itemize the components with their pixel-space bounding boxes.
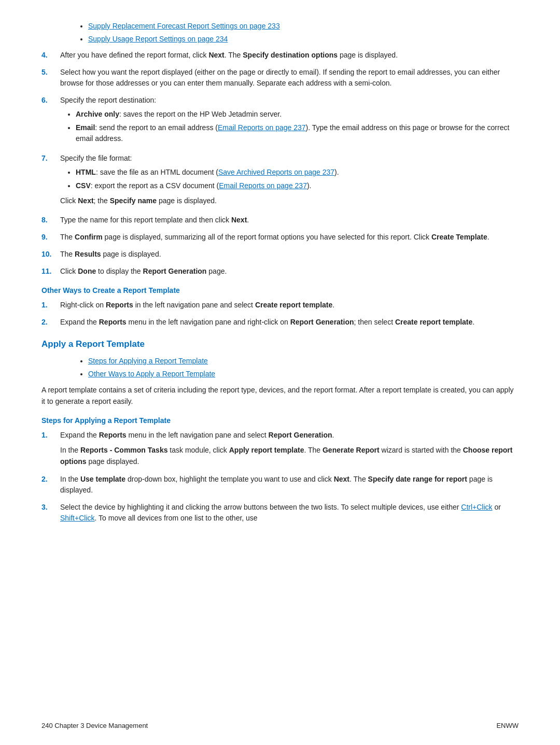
other-ways-apply-link[interactable]: Other Ways to Apply a Report Template xyxy=(88,370,215,378)
other-ways-create-header: Other Ways to Create a Report Template xyxy=(41,286,519,294)
top-bullet-section: Supply Replacement Forecast Report Setti… xyxy=(41,21,519,45)
page-content: Supply Replacement Forecast Report Setti… xyxy=(0,0,560,571)
specify-date-range-bold: Specify date range for report xyxy=(368,475,467,483)
list-item: Archive only: saves the report on the HP… xyxy=(76,109,519,120)
step-4-content: After you have defined the report format… xyxy=(60,50,519,61)
apply-template-bullets-section: Steps for Applying a Report Template Oth… xyxy=(41,356,519,379)
archive-only-label: Archive only xyxy=(76,110,119,118)
step-10-content: The Results page is displayed. xyxy=(60,249,519,260)
steps-4-11: 4. After you have defined the report for… xyxy=(41,50,519,277)
step-num-6: 6. xyxy=(41,95,60,147)
supply-replacement-link[interactable]: Supply Replacement Forecast Report Setti… xyxy=(88,22,280,30)
next-bold-7: Next xyxy=(78,196,93,205)
step-num-8: 8. xyxy=(41,215,60,226)
other-step-2-content: Expand the Reports menu in the left navi… xyxy=(60,317,519,328)
report-gen-bold-apply1: Report Generation xyxy=(269,431,332,439)
step-9: 9. The Confirm page is displayed, summar… xyxy=(41,232,519,243)
list-item: CSV: export the report as a CSV document… xyxy=(76,180,519,191)
specify-dest-bold: Specify destination options xyxy=(243,51,338,59)
apply-template-para: A report template contains a set of crit… xyxy=(41,385,519,407)
other-ways-step-2: 2. Expand the Reports menu in the left n… xyxy=(41,317,519,328)
step-num-9: 9. xyxy=(41,232,60,243)
results-bold: Results xyxy=(75,250,101,258)
footer-right: ENWW xyxy=(496,722,519,729)
next-bold: Next xyxy=(208,51,224,59)
other-step-num-1: 1. xyxy=(41,300,60,311)
reports-bold-1: Reports xyxy=(106,301,133,309)
reports-common-tasks-bold: Reports - Common Tasks xyxy=(80,446,168,454)
step-11: 11. Click Done to display the Report Gen… xyxy=(41,266,519,277)
report-generation-bold-2: Report Generation xyxy=(290,318,354,326)
apply-template-header: Apply a Report Template xyxy=(41,339,519,349)
create-template-bold: Create Template xyxy=(431,233,487,241)
list-item: Supply Replacement Forecast Report Setti… xyxy=(88,21,519,32)
next-bold-8: Next xyxy=(231,216,247,224)
applying-step-3: 3. Select the device by highlighting it … xyxy=(41,502,519,524)
other-step-num-2: 2. xyxy=(41,317,60,328)
apply-template-bullets: Steps for Applying a Report Template Oth… xyxy=(67,356,519,379)
list-item: Other Ways to Apply a Report Template xyxy=(88,369,519,379)
click-next-text: Click Next; the Specify name page is dis… xyxy=(60,195,519,206)
supply-usage-link[interactable]: Supply Usage Report Settings on page 234 xyxy=(88,35,228,43)
footer-left: 240 Chapter 3 Device Management xyxy=(41,722,148,729)
apply-report-template-bold: Apply report template xyxy=(229,446,304,454)
step-6-content: Specify the report destination: Archive … xyxy=(60,95,519,147)
steps-applying-link[interactable]: Steps for Applying a Report Template xyxy=(88,357,208,365)
email-reports-link-6[interactable]: Email Reports on page 237 xyxy=(218,123,306,132)
step-7: 7. Specify the file format: HTML: save t… xyxy=(41,153,519,208)
confirm-bold: Confirm xyxy=(75,233,103,241)
step-num-4: 4. xyxy=(41,50,60,61)
list-item: Email: send the report to an email addre… xyxy=(76,122,519,144)
email-reports-link-7[interactable]: Email Reports on page 237 xyxy=(219,181,307,190)
list-item: HTML: save the file as an HTML document … xyxy=(76,167,519,178)
applying-step-3-content: Select the device by highlighting it and… xyxy=(60,502,519,524)
step-6: 6. Specify the report destination: Archi… xyxy=(41,95,519,147)
report-generation-bold: Report Generation xyxy=(143,267,207,275)
step-6-subbullets: Archive only: saves the report on the HP… xyxy=(60,109,519,144)
page-footer: 240 Chapter 3 Device Management ENWW xyxy=(0,722,560,729)
step-4: 4. After you have defined the report for… xyxy=(41,50,519,61)
step-11-content: Click Done to display the Report Generat… xyxy=(60,266,519,277)
step-7-content: Specify the file format: HTML: save the … xyxy=(60,153,519,208)
list-item: Supply Usage Report Settings on page 234 xyxy=(88,34,519,45)
applying-step-1: 1. Expand the Reports menu in the left n… xyxy=(41,430,519,467)
reports-bold-apply1: Reports xyxy=(99,431,127,439)
step-7-subbullets: HTML: save the file as an HTML document … xyxy=(60,167,519,191)
top-bullets: Supply Replacement Forecast Report Setti… xyxy=(67,21,519,45)
steps-applying-list: 1. Expand the Reports menu in the left n… xyxy=(41,430,519,523)
ctrl-click-link[interactable]: Ctrl+Click xyxy=(461,503,492,511)
applying-step-num-2: 2. xyxy=(41,474,60,496)
step-num-7: 7. xyxy=(41,153,60,208)
html-label: HTML xyxy=(76,168,96,176)
applying-step-num-1: 1. xyxy=(41,430,60,467)
applying-step-2: 2. In the Use template drop-down box, hi… xyxy=(41,474,519,496)
generate-report-bold: Generate Report xyxy=(323,446,380,454)
step-10: 10. The Results page is displayed. xyxy=(41,249,519,260)
csv-label: CSV xyxy=(76,181,91,190)
use-template-bold: Use template xyxy=(80,475,125,483)
other-ways-create-steps: 1. Right-click on Reports in the left na… xyxy=(41,300,519,328)
specify-name-bold: Specify name xyxy=(110,196,157,205)
step-5: 5. Select how you want the report displa… xyxy=(41,67,519,89)
shift-click-link[interactable]: Shift+Click xyxy=(60,514,95,522)
applying-step-1-content: Expand the Reports menu in the left navi… xyxy=(60,430,519,467)
other-step-1-content: Right-click on Reports in the left navig… xyxy=(60,300,519,311)
applying-step-2-content: In the Use template drop-down box, highl… xyxy=(60,474,519,496)
steps-applying-header: Steps for Applying a Report Template xyxy=(41,416,519,425)
step-8: 8. Type the name for this report templat… xyxy=(41,215,519,226)
applying-step-num-3: 3. xyxy=(41,502,60,524)
step-5-content: Select how you want the report displayed… xyxy=(60,67,519,89)
reports-bold-2: Reports xyxy=(99,318,127,326)
step-num-10: 10. xyxy=(41,249,60,260)
applying-step-1-subpara: In the Reports - Common Tasks task modul… xyxy=(60,445,519,467)
done-bold: Done xyxy=(78,267,96,275)
list-item: Steps for Applying a Report Template xyxy=(88,356,519,367)
create-report-template-bold-2: Create report template xyxy=(395,318,472,326)
next-bold-apply2: Next xyxy=(334,475,349,483)
step-8-content: Type the name for this report template a… xyxy=(60,215,519,226)
save-archived-link[interactable]: Save Archived Reports on page 237 xyxy=(218,168,334,176)
step-9-content: The Confirm page is displayed, summarizi… xyxy=(60,232,519,243)
step-num-5: 5. xyxy=(41,67,60,89)
create-report-template-bold-1: Create report template xyxy=(255,301,332,309)
step-num-11: 11. xyxy=(41,266,60,277)
